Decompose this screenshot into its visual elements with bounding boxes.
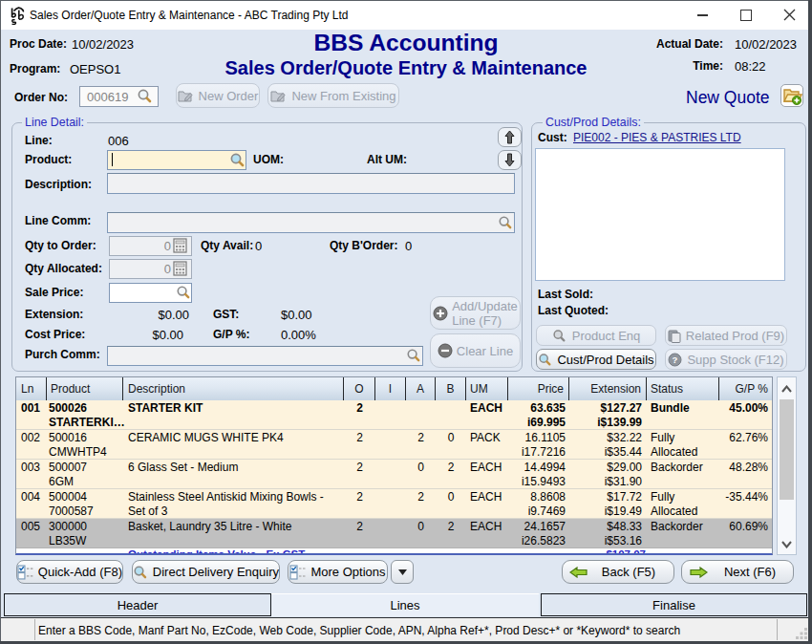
svg-text:?: ?: [673, 354, 678, 365]
